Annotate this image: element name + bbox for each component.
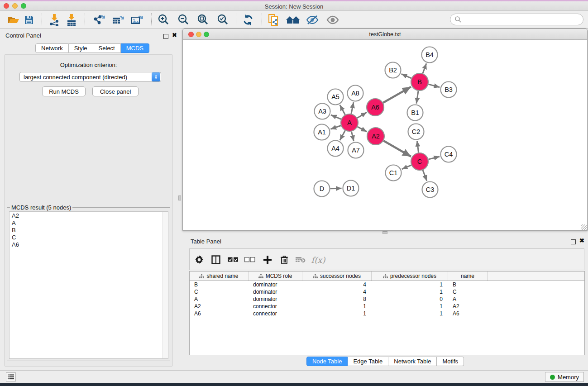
- show-panels-icon[interactable]: [325, 12, 341, 28]
- table-close-panel-icon[interactable]: ✖: [579, 238, 584, 243]
- node-D[interactable]: D: [314, 181, 330, 197]
- cell-shared-name[interactable]: A6: [190, 310, 249, 317]
- column-header-successor-nodes[interactable]: successor nodes: [302, 272, 372, 281]
- node-A8[interactable]: A8: [348, 86, 363, 101]
- column-header-name[interactable]: name: [448, 272, 488, 281]
- vertical-split-handle[interactable]: [178, 195, 181, 200]
- table-settings-icon[interactable]: [192, 253, 206, 267]
- node-C1[interactable]: C1: [386, 165, 402, 181]
- search-input[interactable]: [450, 14, 583, 25]
- edge-A-A8[interactable]: [351, 102, 354, 114]
- zoom-in-icon[interactable]: [155, 12, 172, 28]
- search-field[interactable]: [462, 16, 575, 23]
- unselect-all-columns-icon[interactable]: [243, 253, 257, 267]
- run-mcds-button[interactable]: Run MCDS: [42, 86, 86, 96]
- scrollbar-track[interactable]: [163, 212, 168, 358]
- tab-edge-table[interactable]: Edge Table: [348, 357, 388, 366]
- cell-predecessor-nodes[interactable]: 1: [372, 281, 448, 288]
- node-B3[interactable]: B3: [441, 82, 457, 98]
- function-builder-icon[interactable]: f(x): [309, 253, 327, 267]
- node-C2[interactable]: C2: [408, 124, 424, 140]
- mcds-result-list[interactable]: A2ABCA6: [9, 211, 168, 359]
- cell-MCDS-role[interactable]: dominator: [249, 281, 302, 288]
- zoom-out-icon[interactable]: [175, 12, 191, 28]
- node-A4[interactable]: A4: [328, 141, 344, 157]
- edge-C-C3[interactable]: [423, 170, 427, 181]
- cell-MCDS-role[interactable]: dominator: [249, 288, 302, 295]
- node-A[interactable]: A: [341, 114, 358, 131]
- toggle-columns-icon[interactable]: [209, 253, 223, 267]
- node-C[interactable]: C: [411, 153, 428, 170]
- cell-successor-nodes[interactable]: 8: [302, 295, 372, 303]
- import-table-icon[interactable]: [63, 12, 80, 28]
- mcds-result-item[interactable]: A: [10, 219, 168, 226]
- table-row-A2[interactable]: A2connector11A2: [190, 303, 584, 310]
- edge-C-C1[interactable]: [402, 165, 411, 169]
- memory-button[interactable]: Memory: [545, 372, 584, 382]
- tab-mcds[interactable]: MCDS: [121, 43, 149, 53]
- cell-successor-nodes[interactable]: 4: [302, 281, 372, 288]
- column-header-shared-name[interactable]: shared name: [190, 272, 249, 281]
- tab-style[interactable]: Style: [69, 43, 93, 53]
- node-C3[interactable]: C3: [422, 182, 438, 198]
- edge-A2-C[interactable]: [383, 141, 411, 157]
- node-D1[interactable]: D1: [343, 181, 359, 196]
- edge-B-B3[interactable]: [428, 84, 440, 87]
- node-C4[interactable]: C4: [441, 147, 457, 162]
- cell-predecessor-nodes[interactable]: 0: [372, 295, 448, 303]
- cell-name[interactable]: A6: [448, 310, 488, 317]
- mcds-result-item[interactable]: A6: [10, 241, 168, 248]
- save-session-icon[interactable]: [21, 12, 37, 28]
- zoom-fit-icon[interactable]: [195, 12, 211, 28]
- edge-A6-B[interactable]: [383, 87, 411, 103]
- edge-C-C4[interactable]: [428, 157, 440, 159]
- refresh-view-icon[interactable]: [240, 12, 256, 28]
- edge-A-A1[interactable]: [330, 126, 341, 129]
- cell-name[interactable]: A: [448, 295, 488, 303]
- tab-select[interactable]: Select: [93, 43, 121, 53]
- close-panel-icon[interactable]: ✖: [172, 33, 177, 38]
- mcds-result-item[interactable]: A2: [10, 212, 168, 219]
- tab-network-table[interactable]: Network Table: [388, 357, 437, 366]
- cell-name[interactable]: B: [448, 281, 488, 288]
- cell-name[interactable]: C: [448, 288, 488, 295]
- cell-name[interactable]: A2: [448, 303, 488, 310]
- float-panel-icon[interactable]: [163, 33, 168, 41]
- node-A5[interactable]: A5: [328, 89, 344, 105]
- cell-shared-name[interactable]: C: [190, 288, 249, 295]
- export-network-icon[interactable]: [91, 12, 107, 28]
- edge-A-A7[interactable]: [351, 131, 354, 141]
- tab-motifs[interactable]: Motifs: [437, 357, 464, 366]
- tab-node-table[interactable]: Node Table: [306, 357, 348, 366]
- cell-successor-nodes[interactable]: 1: [302, 303, 372, 310]
- import-network-icon[interactable]: [46, 12, 62, 28]
- table-float-panel-icon[interactable]: [571, 238, 576, 246]
- edge-A-A4[interactable]: [340, 131, 345, 140]
- cell-shared-name[interactable]: A2: [190, 303, 249, 310]
- cell-MCDS-role[interactable]: dominator: [249, 295, 302, 303]
- node-A1[interactable]: A1: [314, 124, 330, 140]
- node-B[interactable]: B: [411, 73, 428, 91]
- table-row-C[interactable]: Cdominator41C: [190, 288, 584, 295]
- edge-A-A2[interactable]: [358, 127, 367, 132]
- mcds-result-item[interactable]: C: [10, 234, 168, 241]
- create-column-icon[interactable]: [260, 253, 275, 267]
- task-history-button[interactable]: [6, 372, 16, 381]
- column-header-predecessor-nodes[interactable]: predecessor nodes: [372, 272, 448, 281]
- export-table-icon[interactable]: [110, 12, 126, 28]
- cell-MCDS-role[interactable]: connector: [249, 310, 302, 317]
- node-B2[interactable]: B2: [385, 62, 401, 78]
- cell-predecessor-nodes[interactable]: 1: [372, 303, 448, 310]
- cell-shared-name[interactable]: A: [190, 295, 249, 303]
- edge-B-B2[interactable]: [402, 74, 411, 78]
- network-window-titlebar[interactable]: testGlobe.txt: [183, 29, 587, 40]
- node-B4[interactable]: B4: [422, 47, 438, 63]
- export-image-icon[interactable]: [129, 12, 145, 28]
- home-icon[interactable]: [285, 12, 301, 28]
- node-A6[interactable]: A6: [367, 99, 384, 116]
- delete-column-icon[interactable]: [277, 253, 292, 267]
- cell-predecessor-nodes[interactable]: 1: [372, 288, 448, 295]
- mcds-result-item[interactable]: B: [10, 226, 168, 234]
- edge-A-A5[interactable]: [340, 105, 345, 114]
- table-row-A6[interactable]: A6connector11A6: [190, 310, 584, 317]
